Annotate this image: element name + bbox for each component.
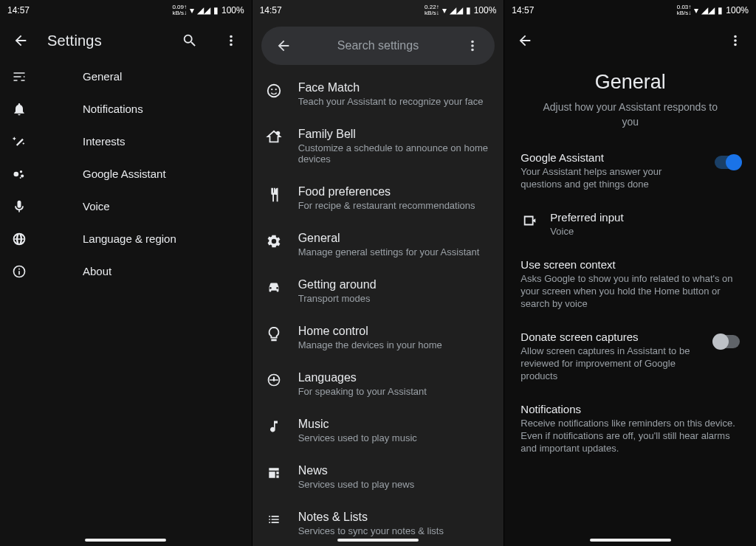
- battery-text: 100%: [474, 5, 497, 15]
- music-icon: [264, 418, 284, 443]
- item-news[interactable]: NewsServices used to play news: [252, 454, 504, 500]
- general-pane: 14:57 0.03↑kB/s↓ ▾ ◢◢ ▮ 100% General Adj…: [504, 0, 756, 546]
- globe-icon: [264, 371, 284, 397]
- settings-list: General Notifications Interests Google A…: [0, 61, 252, 288]
- clock: 14:57: [260, 5, 282, 15]
- search-placeholder: Search settings: [298, 39, 458, 52]
- item-food[interactable]: Food preferencesFor recipe & restaurant …: [252, 175, 504, 221]
- gesture-handle: [590, 539, 671, 542]
- item-about[interactable]: About: [0, 255, 252, 288]
- tune-icon: [12, 69, 41, 84]
- signal-icon: ◢◢: [450, 5, 463, 15]
- item-languages[interactable]: LanguagesFor speaking to your Assistant: [252, 361, 504, 407]
- item-interests[interactable]: Interests: [0, 125, 252, 158]
- page-subtitle: Adjust how your Assistant responds to yo…: [504, 100, 756, 141]
- toggle-google-assistant[interactable]: [715, 156, 740, 169]
- svg-point-2: [21, 174, 24, 177]
- back-button[interactable]: [269, 31, 298, 61]
- battery-icon: ▮: [466, 5, 471, 15]
- item-donate-captures[interactable]: Donate screen capturesAllow screen captu…: [504, 320, 756, 393]
- news-icon: [264, 464, 284, 490]
- battery-text: 100%: [726, 5, 749, 15]
- item-assistant[interactable]: Google Assistant: [0, 158, 252, 190]
- item-family-bell[interactable]: Family BellCustomize a schedule to annou…: [252, 117, 504, 175]
- assistant-settings-pane: 14:57 0.22↑kB/s↓ ▾ ◢◢ ▮ 100% Search sett…: [252, 0, 504, 546]
- wifi-icon: ▾: [442, 5, 447, 15]
- overflow-button[interactable]: [216, 26, 246, 55]
- wifi-icon: ▾: [694, 5, 698, 15]
- item-getting-around[interactable]: Getting aroundTransport modes: [252, 268, 504, 314]
- back-button[interactable]: [510, 26, 540, 55]
- svg-point-5: [271, 89, 272, 90]
- settings-pane: 14:57 0.09↑kB/s↓ ▾ ◢◢ ▮ 100% Settings Ge…: [0, 0, 252, 546]
- svg-point-4: [267, 85, 280, 97]
- food-icon: [264, 185, 284, 211]
- status-bar: 14:57 0.22↑kB/s↓ ▾ ◢◢ ▮ 100%: [252, 0, 504, 21]
- globe-icon: [12, 232, 41, 246]
- status-bar: 14:57 0.03↑kB/s↓ ▾ ◢◢ ▮ 100%: [504, 0, 756, 21]
- assistant-icon: [12, 167, 41, 182]
- wand-icon: [12, 134, 41, 149]
- status-bar: 14:57 0.09↑kB/s↓ ▾ ◢◢ ▮ 100%: [0, 0, 252, 21]
- page-title: General: [504, 61, 756, 100]
- svg-point-7: [275, 131, 280, 136]
- item-general[interactable]: General: [0, 61, 252, 93]
- item-notifications[interactable]: Notifications: [0, 93, 252, 125]
- gesture-handle: [85, 539, 166, 542]
- signal-icon: ◢◢: [701, 5, 715, 15]
- item-screen-context[interactable]: Use screen contextAsks Google to show yo…: [504, 248, 756, 320]
- wifi-icon: ▾: [190, 5, 194, 15]
- item-preferred-input[interactable]: Preferred inputVoice: [504, 201, 756, 248]
- clock: 14:57: [7, 5, 30, 15]
- bulb-icon: [264, 325, 284, 350]
- clock: 14:57: [512, 5, 534, 15]
- battery-icon: ▮: [213, 5, 219, 15]
- item-google-assistant[interactable]: Google AssistantYour Assistant helps ans…: [504, 141, 756, 201]
- item-home-control[interactable]: Home controlManage the devices in your h…: [252, 314, 504, 361]
- gesture-handle: [337, 539, 419, 542]
- home-bell-icon: [264, 128, 284, 165]
- back-button[interactable]: [6, 26, 35, 55]
- car-icon: [264, 278, 284, 304]
- item-music[interactable]: MusicServices used to play music: [252, 407, 504, 454]
- item-face-match[interactable]: Face MatchTeach your Assistant to recogn…: [252, 71, 504, 117]
- overflow-button[interactable]: [458, 31, 487, 61]
- appbar: Settings: [0, 21, 252, 61]
- info-icon: [12, 264, 41, 279]
- assistant-settings-list: Face MatchTeach your Assistant to recogn…: [252, 71, 504, 546]
- bell-icon: [12, 102, 41, 117]
- svg-point-6: [275, 89, 276, 90]
- list-icon: [264, 511, 284, 536]
- item-voice[interactable]: Voice: [0, 190, 252, 223]
- overflow-button[interactable]: [721, 26, 750, 55]
- signal-icon: ◢◢: [197, 5, 210, 15]
- svg-point-3: [20, 177, 21, 179]
- mic-icon: [12, 199, 41, 214]
- battery-icon: ▮: [718, 5, 723, 15]
- search-button[interactable]: [175, 26, 205, 55]
- item-notifications[interactable]: NotificationsReceive notifications like …: [504, 393, 756, 465]
- toggle-donate-captures[interactable]: [715, 335, 740, 348]
- gear-icon: [264, 232, 284, 258]
- item-language-region[interactable]: Language & region: [0, 223, 252, 255]
- appbar: [504, 21, 756, 61]
- item-general[interactable]: GeneralManage general settings for your …: [252, 221, 504, 268]
- battery-text: 100%: [221, 5, 244, 15]
- svg-point-0: [14, 172, 19, 177]
- page-title: Settings: [47, 32, 163, 49]
- face-icon: [264, 81, 284, 107]
- svg-point-1: [20, 170, 22, 173]
- input-icon: [520, 211, 540, 238]
- search-bar[interactable]: Search settings: [261, 27, 495, 65]
